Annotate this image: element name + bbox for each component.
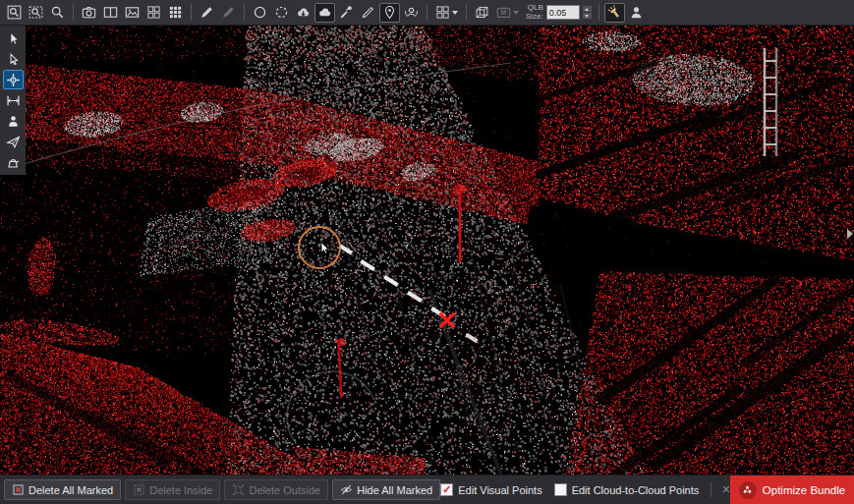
navigate-tool[interactable] <box>3 132 24 151</box>
pipette-icon <box>339 5 354 20</box>
pick-icon <box>6 73 21 87</box>
cloud-download-tool[interactable] <box>293 3 313 23</box>
matrix-view-tool[interactable] <box>165 3 186 23</box>
mouse-cursor-icon <box>316 241 331 255</box>
left-toolbar <box>0 26 26 175</box>
divider <box>711 482 712 497</box>
camM-icon <box>496 5 511 20</box>
bottom-bar: Delete All MarkedDelete InsideDelete Out… <box>0 475 854 504</box>
toolbar-group-zoom <box>4 3 68 23</box>
cloudd-icon <box>296 5 311 20</box>
hide-all-marked-button[interactable]: Hide All Marked <box>332 479 440 500</box>
zoomwin-icon <box>28 5 43 20</box>
split-view-tool[interactable] <box>100 3 121 23</box>
cursor2-icon <box>6 52 21 67</box>
brush-radius-ring <box>298 226 341 269</box>
edit-options-group: ✓Edit Visual Points✓Edit Cloud-to-Cloud … <box>440 482 769 497</box>
orbit-user-tool[interactable] <box>401 3 422 23</box>
optimize-bundle-button[interactable]: Optimize Bundle <box>730 476 854 504</box>
toolbar-separator <box>466 4 467 21</box>
fit-view-tool[interactable] <box>4 3 25 23</box>
circled-icon <box>274 5 289 20</box>
delmark-icon <box>12 483 25 496</box>
toolbar-separator <box>427 4 427 21</box>
mag-icon <box>50 5 65 20</box>
optimize-bundle-label: Optimize Bundle <box>763 484 845 496</box>
delin-icon <box>133 483 145 496</box>
pour-tool[interactable] <box>3 152 24 172</box>
qlb-spinner <box>583 6 592 19</box>
spotlight-tool[interactable] <box>604 3 625 23</box>
edit-cloud-to-cloud-checkbox[interactable]: ✓Edit Cloud-to-Cloud Points <box>554 483 700 496</box>
cursor-icon <box>6 31 21 46</box>
caret-down-icon <box>513 11 519 15</box>
plane-icon <box>6 135 21 149</box>
cube-icon <box>475 5 489 20</box>
marker-pen-alt-tool[interactable] <box>218 3 239 23</box>
pen-icon <box>199 5 214 20</box>
edit-visual-points-checkbox[interactable]: ✓Edit Visual Points <box>440 483 541 496</box>
pipette-tool[interactable] <box>336 3 357 23</box>
grid-view-tool[interactable] <box>143 3 164 23</box>
select-cursor-tool[interactable] <box>3 28 24 48</box>
camera-tool[interactable] <box>79 3 99 23</box>
select-marked-cursor-tool[interactable] <box>3 49 24 69</box>
dashed-circle-select-tool[interactable] <box>271 3 292 23</box>
qlb-size-label: QLB Size: <box>526 4 543 21</box>
toolbar-separator <box>244 4 245 21</box>
right-panel-expand-handle[interactable] <box>847 229 853 239</box>
toolbar-group-mark <box>197 3 239 23</box>
toolbar-separator <box>598 4 599 21</box>
user-icon <box>629 5 644 20</box>
qlb-spinner-down[interactable] <box>583 13 592 19</box>
pin-icon <box>382 5 397 20</box>
measure-distance-tool[interactable] <box>3 90 24 110</box>
mark-point-tool[interactable] <box>3 70 24 89</box>
pencil-icon <box>361 5 375 20</box>
qlb-size-input[interactable] <box>546 5 580 20</box>
app-window: QLB Size: Delete All MarkedDelete Inside… <box>0 0 854 504</box>
check-mark-icon: ✓ <box>442 484 451 495</box>
circle-icon <box>253 5 267 20</box>
checkbox-box: ✓ <box>554 483 567 496</box>
marker-pen-tool[interactable] <box>197 3 217 23</box>
toolbar-group-3d <box>472 3 522 23</box>
orbit-icon <box>404 5 419 20</box>
fit-icon <box>7 5 22 20</box>
match-camera-dropdown[interactable] <box>493 3 522 23</box>
grid9-icon <box>168 5 183 20</box>
image-icon <box>125 5 140 20</box>
checkbox-box: ✓ <box>440 483 453 496</box>
zoom-tool[interactable] <box>47 3 68 23</box>
panorama-view-tool[interactable] <box>3 111 24 131</box>
camera-icon <box>82 5 96 20</box>
user-avatar-tool[interactable] <box>626 3 647 23</box>
pencil-tool[interactable] <box>358 3 378 23</box>
point-cloud-canvas[interactable] <box>0 26 854 475</box>
marked-actions-group: Delete All MarkedDelete InsideDelete Out… <box>4 479 440 500</box>
image-view-tool[interactable] <box>122 3 142 23</box>
toolbar-group-cloud <box>250 3 422 23</box>
kettle-icon <box>6 155 21 170</box>
point-display-dropdown[interactable] <box>432 3 461 23</box>
location-pin-tool[interactable] <box>379 3 400 23</box>
grid4-icon <box>146 5 161 20</box>
cloud-icon <box>317 5 332 20</box>
torch-icon <box>607 5 622 20</box>
cube-wireframe-tool[interactable] <box>472 3 492 23</box>
hide-icon <box>340 483 353 496</box>
top-toolbar: QLB Size: <box>0 0 854 26</box>
cloud-display-tool[interactable] <box>314 3 335 23</box>
delete-all-marked-button[interactable]: Delete All Marked <box>4 479 121 500</box>
delout-icon <box>232 483 245 496</box>
caret-down-icon <box>452 11 458 15</box>
grid4-icon <box>435 5 450 20</box>
checkbox-group: ✓Edit Visual Points✓Edit Cloud-to-Cloud … <box>440 483 699 496</box>
measure-icon <box>6 93 21 108</box>
delete-outside-button[interactable]: Delete Outside <box>224 479 328 500</box>
zoom-window-tool[interactable] <box>26 3 46 23</box>
delete-inside-button[interactable]: Delete Inside <box>125 479 220 500</box>
toolbar-separator <box>73 4 74 21</box>
qlb-spinner-up[interactable] <box>583 6 592 12</box>
circle-select-tool[interactable] <box>250 3 270 23</box>
